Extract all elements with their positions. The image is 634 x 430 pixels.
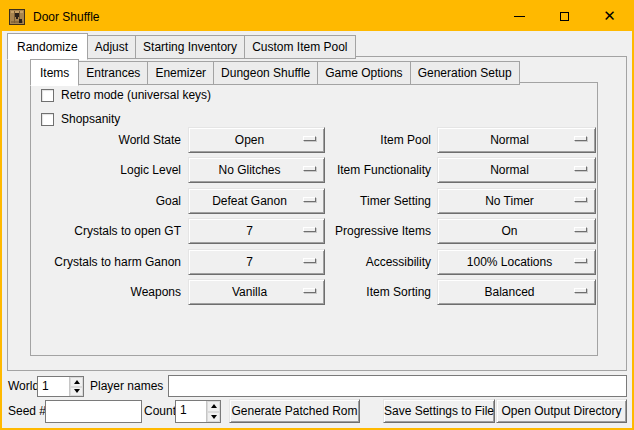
tab-generation-setup[interactable]: Generation Setup — [410, 61, 520, 85]
crystals-ganon-label: Crystals to harm Ganon — [31, 249, 181, 275]
retro-mode-label: Retro mode (universal keys) — [61, 88, 211, 102]
count-spin-arrows — [206, 401, 220, 422]
crystals-gt-label: Crystals to open GT — [31, 218, 181, 244]
minimize-icon — [514, 16, 525, 17]
item-pool-value: Normal — [490, 133, 543, 147]
item-pool-label: Item Pool — [283, 127, 431, 153]
shopsanity-label: Shopsanity — [61, 112, 120, 126]
progressive-items-dropdown[interactable]: On — [437, 218, 596, 244]
player-names-label: Player names — [90, 376, 163, 397]
minimize-button[interactable] — [497, 2, 542, 31]
count-spinbox[interactable]: 1 — [175, 400, 221, 423]
tab-dungeon-shuffle[interactable]: Dungeon Shuffle — [213, 61, 318, 85]
titlebar: Door Shuffle ✕ — [2, 2, 632, 31]
worlds-spinbox[interactable]: 1 — [37, 376, 84, 397]
logic-level-label: Logic Level — [31, 157, 181, 183]
outer-tab-bar: Randomize Adjust Starting Inventory Cust… — [7, 33, 355, 59]
accessibility-dropdown[interactable]: 100% Locations — [437, 249, 596, 275]
crystals-ganon-value: 7 — [246, 255, 267, 269]
inner-tab-bar: Items Entrances Enemizer Dungeon Shuffle… — [30, 59, 519, 85]
tab-entrances[interactable]: Entrances — [78, 61, 148, 85]
arrow-down-icon — [211, 415, 217, 419]
item-pool-dropdown[interactable]: Normal — [437, 127, 596, 153]
crystals-gt-value: 7 — [246, 224, 267, 238]
item-functionality-dropdown[interactable]: Normal — [437, 157, 596, 183]
window-title: Door Shuffle — [33, 10, 100, 24]
goal-label: Goal — [31, 188, 181, 214]
item-sorting-label: Item Sorting — [283, 279, 431, 305]
door-icon — [9, 9, 25, 25]
close-button[interactable]: ✕ — [587, 2, 632, 31]
tab-randomize[interactable]: Randomize — [7, 33, 88, 60]
progressive-items-value: On — [501, 224, 531, 238]
arrow-up-icon — [74, 380, 80, 384]
accessibility-label: Accessibility — [283, 249, 431, 275]
tab-game-options[interactable]: Game Options — [317, 61, 410, 85]
seed-input[interactable] — [45, 400, 142, 423]
worlds-spin-arrows — [69, 377, 83, 396]
open-output-directory-button[interactable]: Open Output Directory — [496, 399, 627, 423]
maximize-icon — [560, 12, 569, 21]
maximize-button[interactable] — [542, 2, 587, 31]
timer-setting-label: Timer Setting — [283, 188, 431, 214]
arrow-down-icon — [74, 389, 80, 393]
progressive-items-label: Progressive Items — [283, 218, 431, 244]
app-body: Randomize Adjust Starting Inventory Cust… — [2, 31, 632, 428]
dropdown-indicator-icon — [574, 136, 587, 141]
worlds-value: 1 — [38, 377, 69, 396]
dropdown-indicator-icon — [574, 166, 587, 171]
window-controls: ✕ — [497, 2, 632, 31]
weapons-label: Weapons — [31, 279, 181, 305]
world-state-value: Open — [235, 133, 278, 147]
count-spin-up-button[interactable] — [207, 401, 220, 412]
seed-label: Seed # — [8, 400, 46, 423]
tab-custom-item-pool[interactable]: Custom Item Pool — [244, 35, 355, 59]
dropdown-indicator-icon — [574, 197, 587, 202]
tab-starting-inventory[interactable]: Starting Inventory — [135, 35, 245, 59]
worlds-spin-down-button[interactable] — [70, 387, 83, 397]
items-tab-panel: Retro mode (universal keys) Shopsanity W… — [30, 82, 598, 356]
dropdown-indicator-icon — [574, 288, 587, 293]
item-sorting-dropdown[interactable]: Balanced — [437, 279, 596, 305]
retro-mode-row: Retro mode (universal keys) — [41, 87, 211, 103]
count-label: Count — [144, 400, 176, 423]
shopsanity-checkbox[interactable] — [41, 113, 54, 126]
tab-items[interactable]: Items — [30, 59, 79, 86]
app-window: Door Shuffle ✕ Randomize Adjust Starting… — [0, 0, 634, 430]
player-names-input[interactable] — [168, 375, 627, 397]
item-sorting-value: Balanced — [484, 285, 548, 299]
shopsanity-row: Shopsanity — [41, 111, 120, 127]
item-functionality-label: Item Functionality — [283, 157, 431, 183]
dropdown-indicator-icon — [574, 227, 587, 232]
generate-patched-rom-button[interactable]: Generate Patched Rom — [229, 399, 360, 423]
world-state-label: World State — [31, 127, 181, 153]
close-icon: ✕ — [603, 9, 616, 24]
tab-enemizer[interactable]: Enemizer — [147, 61, 214, 85]
arrow-up-icon — [211, 404, 217, 408]
timer-setting-dropdown[interactable]: No Timer — [437, 188, 596, 214]
dropdown-indicator-icon — [574, 258, 587, 263]
item-functionality-value: Normal — [490, 163, 543, 177]
tab-adjust[interactable]: Adjust — [87, 35, 136, 59]
timer-setting-value: No Timer — [485, 194, 548, 208]
save-settings-button[interactable]: Save Settings to File — [383, 399, 495, 423]
retro-mode-checkbox[interactable] — [41, 89, 54, 102]
weapons-value: Vanilla — [232, 285, 281, 299]
count-value: 1 — [176, 401, 206, 422]
accessibility-value: 100% Locations — [467, 255, 566, 269]
worlds-spin-up-button[interactable] — [70, 377, 83, 387]
count-spin-down-button[interactable] — [207, 412, 220, 423]
